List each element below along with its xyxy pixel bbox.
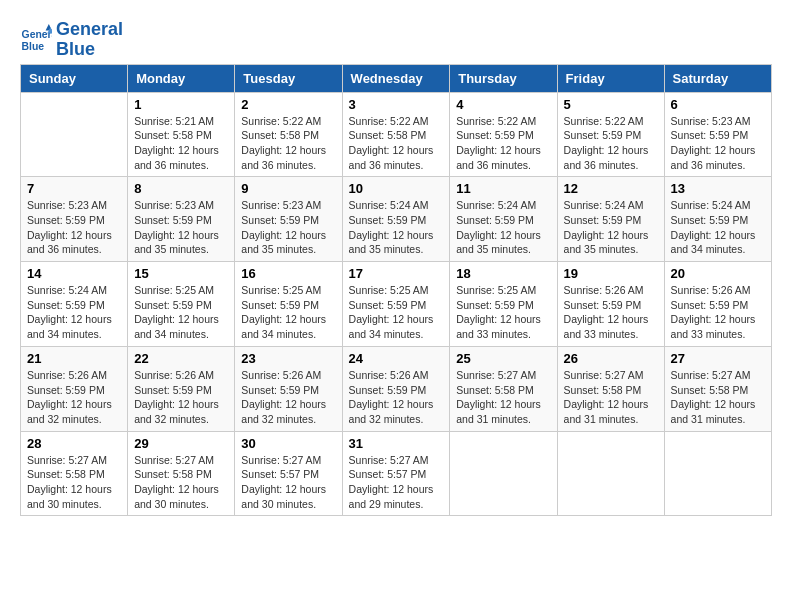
calendar-cell: 1Sunrise: 5:21 AM Sunset: 5:58 PM Daylig… [128,92,235,177]
calendar-cell: 17Sunrise: 5:25 AM Sunset: 5:59 PM Dayli… [342,262,450,347]
col-header-thursday: Thursday [450,64,557,92]
day-info: Sunrise: 5:23 AM Sunset: 5:59 PM Dayligh… [671,114,765,173]
day-number: 24 [349,351,444,366]
day-number: 17 [349,266,444,281]
day-info: Sunrise: 5:25 AM Sunset: 5:59 PM Dayligh… [134,283,228,342]
calendar-cell: 15Sunrise: 5:25 AM Sunset: 5:59 PM Dayli… [128,262,235,347]
col-header-tuesday: Tuesday [235,64,342,92]
logo: General Blue General Blue [20,20,123,60]
col-header-friday: Friday [557,64,664,92]
day-number: 20 [671,266,765,281]
logo-text-line2: Blue [56,40,123,60]
col-header-sunday: Sunday [21,64,128,92]
calendar-cell: 5Sunrise: 5:22 AM Sunset: 5:59 PM Daylig… [557,92,664,177]
calendar-cell: 30Sunrise: 5:27 AM Sunset: 5:57 PM Dayli… [235,431,342,516]
day-info: Sunrise: 5:24 AM Sunset: 5:59 PM Dayligh… [564,198,658,257]
week-row-2: 7Sunrise: 5:23 AM Sunset: 5:59 PM Daylig… [21,177,772,262]
calendar-table: SundayMondayTuesdayWednesdayThursdayFrid… [20,64,772,517]
calendar-cell [664,431,771,516]
calendar-cell [21,92,128,177]
day-info: Sunrise: 5:21 AM Sunset: 5:58 PM Dayligh… [134,114,228,173]
day-info: Sunrise: 5:25 AM Sunset: 5:59 PM Dayligh… [456,283,550,342]
day-number: 16 [241,266,335,281]
day-number: 14 [27,266,121,281]
week-row-5: 28Sunrise: 5:27 AM Sunset: 5:58 PM Dayli… [21,431,772,516]
page-header: General Blue General Blue [20,20,772,60]
day-number: 18 [456,266,550,281]
calendar-cell [450,431,557,516]
day-number: 6 [671,97,765,112]
calendar-cell: 14Sunrise: 5:24 AM Sunset: 5:59 PM Dayli… [21,262,128,347]
day-info: Sunrise: 5:23 AM Sunset: 5:59 PM Dayligh… [241,198,335,257]
calendar-cell: 19Sunrise: 5:26 AM Sunset: 5:59 PM Dayli… [557,262,664,347]
day-info: Sunrise: 5:27 AM Sunset: 5:58 PM Dayligh… [134,453,228,512]
calendar-cell: 28Sunrise: 5:27 AM Sunset: 5:58 PM Dayli… [21,431,128,516]
calendar-cell: 10Sunrise: 5:24 AM Sunset: 5:59 PM Dayli… [342,177,450,262]
day-number: 27 [671,351,765,366]
day-info: Sunrise: 5:24 AM Sunset: 5:59 PM Dayligh… [671,198,765,257]
day-info: Sunrise: 5:26 AM Sunset: 5:59 PM Dayligh… [671,283,765,342]
day-info: Sunrise: 5:26 AM Sunset: 5:59 PM Dayligh… [134,368,228,427]
day-number: 11 [456,181,550,196]
calendar-cell: 20Sunrise: 5:26 AM Sunset: 5:59 PM Dayli… [664,262,771,347]
day-info: Sunrise: 5:27 AM Sunset: 5:58 PM Dayligh… [564,368,658,427]
calendar-cell [557,431,664,516]
day-info: Sunrise: 5:27 AM Sunset: 5:57 PM Dayligh… [241,453,335,512]
col-header-saturday: Saturday [664,64,771,92]
calendar-cell: 22Sunrise: 5:26 AM Sunset: 5:59 PM Dayli… [128,346,235,431]
svg-text:General: General [22,29,52,40]
calendar-cell: 11Sunrise: 5:24 AM Sunset: 5:59 PM Dayli… [450,177,557,262]
week-row-4: 21Sunrise: 5:26 AM Sunset: 5:59 PM Dayli… [21,346,772,431]
day-number: 4 [456,97,550,112]
day-number: 3 [349,97,444,112]
day-number: 29 [134,436,228,451]
day-number: 13 [671,181,765,196]
svg-text:Blue: Blue [22,40,45,51]
day-info: Sunrise: 5:23 AM Sunset: 5:59 PM Dayligh… [27,198,121,257]
day-info: Sunrise: 5:26 AM Sunset: 5:59 PM Dayligh… [27,368,121,427]
calendar-cell: 29Sunrise: 5:27 AM Sunset: 5:58 PM Dayli… [128,431,235,516]
calendar-cell: 3Sunrise: 5:22 AM Sunset: 5:58 PM Daylig… [342,92,450,177]
day-info: Sunrise: 5:22 AM Sunset: 5:59 PM Dayligh… [456,114,550,173]
calendar-cell: 2Sunrise: 5:22 AM Sunset: 5:58 PM Daylig… [235,92,342,177]
calendar-cell: 12Sunrise: 5:24 AM Sunset: 5:59 PM Dayli… [557,177,664,262]
day-info: Sunrise: 5:24 AM Sunset: 5:59 PM Dayligh… [456,198,550,257]
calendar-cell: 8Sunrise: 5:23 AM Sunset: 5:59 PM Daylig… [128,177,235,262]
day-info: Sunrise: 5:24 AM Sunset: 5:59 PM Dayligh… [27,283,121,342]
logo-icon: General Blue [20,24,52,56]
day-info: Sunrise: 5:22 AM Sunset: 5:58 PM Dayligh… [349,114,444,173]
calendar-cell: 27Sunrise: 5:27 AM Sunset: 5:58 PM Dayli… [664,346,771,431]
day-info: Sunrise: 5:23 AM Sunset: 5:59 PM Dayligh… [134,198,228,257]
day-number: 26 [564,351,658,366]
day-number: 1 [134,97,228,112]
calendar-cell: 23Sunrise: 5:26 AM Sunset: 5:59 PM Dayli… [235,346,342,431]
day-number: 12 [564,181,658,196]
day-number: 25 [456,351,550,366]
calendar-cell: 16Sunrise: 5:25 AM Sunset: 5:59 PM Dayli… [235,262,342,347]
day-number: 28 [27,436,121,451]
logo-text-line1: General [56,20,123,40]
calendar-cell: 31Sunrise: 5:27 AM Sunset: 5:57 PM Dayli… [342,431,450,516]
calendar-cell: 13Sunrise: 5:24 AM Sunset: 5:59 PM Dayli… [664,177,771,262]
calendar-cell: 25Sunrise: 5:27 AM Sunset: 5:58 PM Dayli… [450,346,557,431]
day-info: Sunrise: 5:22 AM Sunset: 5:59 PM Dayligh… [564,114,658,173]
week-row-3: 14Sunrise: 5:24 AM Sunset: 5:59 PM Dayli… [21,262,772,347]
col-header-wednesday: Wednesday [342,64,450,92]
day-number: 22 [134,351,228,366]
day-number: 30 [241,436,335,451]
calendar-header-row: SundayMondayTuesdayWednesdayThursdayFrid… [21,64,772,92]
col-header-monday: Monday [128,64,235,92]
day-number: 8 [134,181,228,196]
week-row-1: 1Sunrise: 5:21 AM Sunset: 5:58 PM Daylig… [21,92,772,177]
calendar-cell: 21Sunrise: 5:26 AM Sunset: 5:59 PM Dayli… [21,346,128,431]
calendar-cell: 9Sunrise: 5:23 AM Sunset: 5:59 PM Daylig… [235,177,342,262]
day-number: 23 [241,351,335,366]
day-number: 5 [564,97,658,112]
day-info: Sunrise: 5:26 AM Sunset: 5:59 PM Dayligh… [349,368,444,427]
calendar-cell: 18Sunrise: 5:25 AM Sunset: 5:59 PM Dayli… [450,262,557,347]
calendar-cell: 6Sunrise: 5:23 AM Sunset: 5:59 PM Daylig… [664,92,771,177]
calendar-cell: 26Sunrise: 5:27 AM Sunset: 5:58 PM Dayli… [557,346,664,431]
day-info: Sunrise: 5:27 AM Sunset: 5:58 PM Dayligh… [27,453,121,512]
day-number: 19 [564,266,658,281]
day-number: 31 [349,436,444,451]
